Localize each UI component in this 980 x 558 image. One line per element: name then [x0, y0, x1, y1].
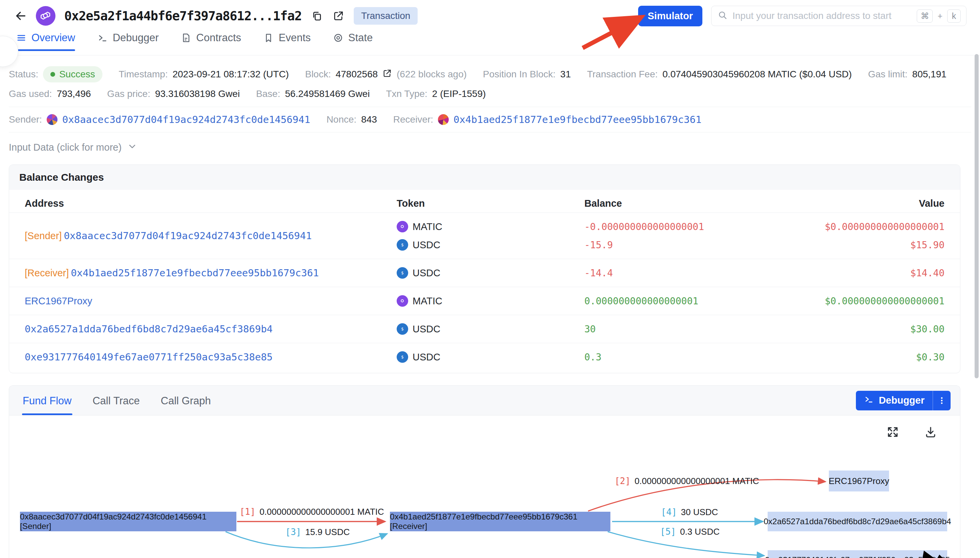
usd-value: $0.30 — [774, 348, 944, 366]
base-fee-label: Base: — [256, 89, 280, 99]
tab-events[interactable]: Events — [264, 32, 311, 51]
edge-label-4: [4]30 USDC — [661, 507, 718, 517]
status-badge: Success — [43, 66, 102, 82]
overview-icon — [16, 33, 26, 43]
receiver-label: Receiver: — [393, 114, 433, 125]
search-bar[interactable]: ⌘ + k — [711, 6, 967, 26]
sender-label: Sender: — [9, 114, 42, 125]
fund-flow-panel: Fund Flow Call Trace Call Graph Debugger — [9, 386, 960, 558]
vertical-scrollbar[interactable] — [975, 54, 978, 378]
balance-amount: -15.9 — [584, 236, 774, 254]
block-external-link-icon[interactable] — [382, 69, 392, 80]
row-address-link[interactable]: 0xe931777640149fe67ae0771ff250ac93a5c38e… — [25, 351, 273, 363]
tab-call-graph[interactable]: Call Graph — [160, 395, 211, 415]
debugger-button[interactable]: Debugger — [856, 391, 950, 410]
sender-address-link[interactable]: 0x8aacec3d7077d04f19ac924d2743fc0de14569… — [62, 114, 310, 125]
gas-used-label: Gas used: — [9, 89, 52, 99]
terminal-icon — [97, 33, 107, 43]
chevron-down-icon — [127, 141, 137, 154]
tab-fund-flow[interactable]: Fund Flow — [22, 395, 72, 415]
input-data-toggle[interactable]: Input Data (click for more) — [9, 141, 971, 154]
token-usdc: $USDC — [397, 267, 440, 279]
k-keycap: k — [947, 10, 961, 23]
timestamp-label: Timestamp: — [119, 69, 168, 80]
search-input[interactable] — [733, 10, 912, 21]
document-icon — [181, 33, 191, 43]
graph-node-erc1967proxy[interactable]: ERC1967Proxy — [829, 471, 889, 491]
tab-contracts[interactable]: Contracts — [181, 32, 241, 51]
simulator-button[interactable]: Simulator — [638, 6, 702, 26]
gas-price-label: Gas price: — [107, 89, 150, 99]
row-address-link[interactable]: 0x2a6527a1dda76bedf6bd8c7d29ae6a45cf3869… — [25, 323, 273, 335]
status-label: Status: — [9, 69, 38, 80]
col-header-token: Token — [397, 198, 584, 209]
row-address-link[interactable]: 0x4b1aed25f1877e1e9fbecbd77eee95bb1679c3… — [71, 267, 319, 279]
graph-node-receiver[interactable]: 0x4b1aed25f1877e1e9fbecbd77eee95bb1679c3… — [390, 512, 610, 531]
balance-amount: 30 — [584, 320, 774, 338]
copy-icon[interactable] — [310, 10, 323, 22]
receiver-address-link[interactable]: 0x4b1aed25f1877e1e9fbecbd77eee95bb1679c3… — [453, 114, 702, 125]
tab-call-trace[interactable]: Call Trace — [92, 395, 141, 415]
block-ago: (622 blocks ago) — [397, 69, 467, 80]
external-link-icon[interactable] — [332, 10, 345, 22]
graph-node-sender[interactable]: 0x8aacec3d7077d04f19ac924d2743fc0de14569… — [20, 512, 236, 531]
graph-node-0x2a6527[interactable]: 0x2a6527a1dda76bedf6bd8c7d29ae6a45cf3869… — [768, 512, 947, 531]
svg-text:$: $ — [401, 271, 404, 275]
gas-used-value: 793,496 — [57, 89, 91, 99]
matic-token-icon — [397, 295, 408, 307]
block-number: 47802568 — [336, 69, 378, 80]
download-icon[interactable] — [924, 425, 938, 439]
row-address-link[interactable]: 0x8aacec3d7077d04f19ac924d2743fc0de14569… — [64, 230, 312, 241]
usd-value: $0.000000000000000001 — [774, 292, 944, 310]
base-fee-value: 56.249581469 Gwei — [285, 89, 370, 99]
col-header-value: Value — [774, 198, 944, 209]
page-title-tx-hash: 0x2e5a2f1a44bf6e7f397a8612...1fa2 — [64, 9, 301, 23]
kebab-menu-icon[interactable] — [933, 396, 950, 405]
status-dot-icon — [50, 72, 55, 77]
balance-amount: 0.3 — [584, 348, 774, 366]
svg-text:$: $ — [401, 354, 404, 359]
graph-node-0xe93177[interactable]: 0xe931777640149fe67ae0771ff250ac93a5c38e… — [768, 550, 947, 558]
sender-avatar — [47, 114, 58, 125]
balance-changes-panel: Balance Changes Address Token Balance Va… — [9, 164, 960, 373]
row-address-link[interactable]: ERC1967Proxy — [25, 295, 92, 307]
gas-price-value: 93.316038198 Gwei — [155, 89, 240, 99]
tab-overview[interactable]: Overview — [16, 32, 75, 51]
edge-label-3: [3]15.9 USDC — [285, 527, 350, 537]
table-row: ERC1967Proxy MATIC 0.000000000000000001 … — [9, 287, 960, 315]
matic-token-icon — [397, 221, 408, 232]
main-tab-bar: Overview Debugger Contracts Events State — [0, 32, 980, 56]
table-row: [Sender] 0x8aacec3d7077d04f19ac924d2743f… — [9, 212, 960, 259]
edge-label-5: [5]0.3 USDC — [660, 527, 720, 537]
fullscreen-icon[interactable] — [886, 425, 900, 439]
receiver-tag: [Receiver] — [25, 268, 69, 279]
table-row: 0x2a6527a1dda76bedf6bd8c7d29ae6a45cf3869… — [9, 315, 960, 343]
overview-section: Status: Success Timestamp:2023-09-21 08:… — [0, 66, 980, 154]
usdc-token-icon: $ — [397, 267, 408, 279]
usd-value: $14.40 — [774, 264, 944, 282]
edge-label-1: [1]0.000000000000000001 MATIC — [239, 507, 384, 517]
position-value: 31 — [560, 69, 571, 80]
target-icon — [333, 33, 343, 43]
tab-state[interactable]: State — [333, 32, 373, 51]
fee-value: 0.074045903045960208 MATIC ($0.04 USD) — [662, 69, 852, 80]
mouse-cursor — [922, 551, 943, 558]
sender-tag: [Sender] — [25, 230, 62, 241]
block-label: Block: — [305, 69, 331, 80]
transaction-type-badge: Transaction — [354, 7, 418, 25]
col-header-address: Address — [25, 198, 397, 209]
plus-separator: + — [937, 11, 942, 21]
usd-value: $15.90 — [774, 236, 944, 254]
fund-flow-graph: [1]0.000000000000000001 MATIC [2]0.00000… — [9, 415, 960, 558]
back-arrow-icon[interactable] — [13, 9, 27, 23]
gas-limit-label: Gas limit: — [868, 69, 908, 80]
bookmark-icon — [264, 33, 273, 43]
balance-amount: 0.000000000000000001 — [584, 292, 774, 310]
usdc-token-icon: $ — [397, 323, 408, 335]
table-row: [Receiver] 0x4b1aed25f1877e1e9fbecbd77ee… — [9, 259, 960, 287]
tab-debugger[interactable]: Debugger — [97, 32, 158, 51]
txn-type-label: Txn Type: — [386, 89, 427, 99]
nonce-label: Nonce: — [326, 114, 356, 125]
timestamp-value: 2023-09-21 08:17:32 (UTC) — [173, 69, 289, 80]
token-matic: MATIC — [397, 221, 442, 232]
